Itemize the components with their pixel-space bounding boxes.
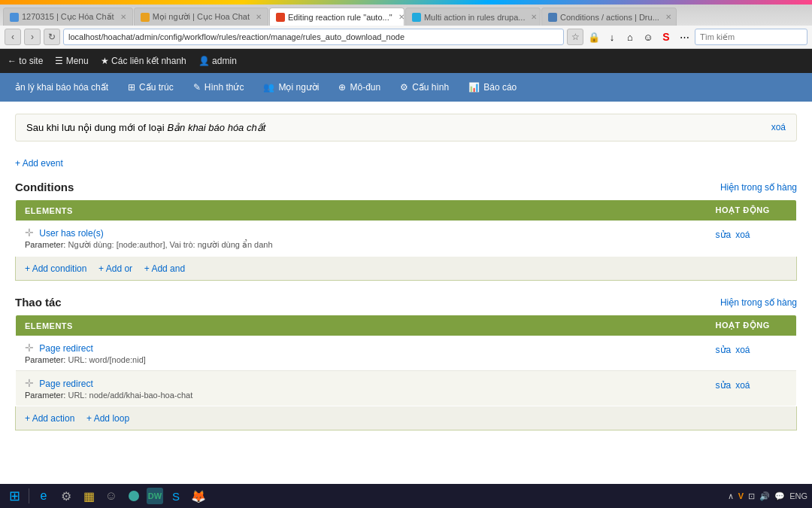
action-sua-0[interactable]: sửa — [716, 345, 732, 355]
moi-nguoi-label: Mọi người — [278, 82, 319, 93]
taskbar-smiley[interactable]: ☺ — [102, 486, 121, 506]
taskbar-notification-icon[interactable]: 💬 — [774, 491, 785, 501]
back-button[interactable]: ‹ — [5, 29, 21, 45]
search-input[interactable] — [695, 29, 807, 45]
nav-cau-hinh[interactable]: ⚙ Cấu hình — [391, 78, 458, 97]
nav-cau-truc[interactable]: ⊞ Cấu trúc — [119, 78, 183, 97]
tab-1270315[interactable]: 1270315 | Cục Hóa Chất ✕ — [3, 8, 133, 26]
drag-handle-0[interactable]: ✛ — [25, 227, 34, 239]
address-bar: ‹ › ↻ ☆ 🔒 ↓ ⌂ ☺ S ⋯ — [0, 26, 812, 49]
user-label: 👤 admin — [198, 56, 237, 66]
action-name-1[interactable]: Page redirect — [39, 379, 92, 389]
tab-close-5[interactable]: ✕ — [665, 13, 671, 21]
condition-param-0: Parameter: Người dùng: [node:author], Va… — [25, 240, 698, 250]
action-element-cell-0: ✛ Page redirect Parameter: URL: word/[no… — [16, 336, 707, 371]
nav-hinh-thuc[interactable]: ✎ Hình thức — [184, 78, 253, 97]
forward-button[interactable]: › — [24, 29, 41, 45]
tab-close-4[interactable]: ✕ — [531, 13, 537, 21]
action-xoa-1[interactable]: xoá — [735, 380, 750, 391]
condition-name-0[interactable]: User has role(s) — [39, 228, 103, 239]
taskbar-v-icon: V — [738, 491, 744, 500]
actions-add-links: + Add action + Add loop — [15, 406, 797, 430]
nav-moi-nguoi[interactable]: 👥 Mọi người — [254, 78, 328, 97]
taskbar-file-explorer[interactable]: ▦ — [79, 486, 98, 506]
bao-cao-label: Báo cáo — [483, 82, 517, 93]
tab-label-5: Conditions / actions | Dru... — [560, 13, 659, 22]
action-sua-1[interactable]: sửa — [716, 380, 732, 391]
tab-favicon-2 — [141, 13, 150, 22]
cau-truc-label: Cấu trúc — [139, 82, 174, 93]
home-icon[interactable]: ⌂ — [623, 29, 638, 44]
mo-dun-label: Mô-đun — [350, 82, 380, 93]
user-menu[interactable]: 👤 admin — [198, 56, 237, 66]
actions-hien-link[interactable]: Hiện trong số hàng — [720, 297, 797, 308]
lock-icon: 🔒 — [586, 29, 601, 44]
action-name-0[interactable]: Page redirect — [39, 343, 92, 354]
site-name-label: ản lý khai báo hóa chất — [15, 82, 108, 93]
conditions-table: ELEMENTS HOẠT ĐỘNG ✛ User has role(s) Pa… — [15, 199, 797, 257]
back-to-site[interactable]: ← to site — [8, 56, 43, 66]
tab-close-3[interactable]: ✕ — [398, 13, 404, 21]
condition-action-links-0: sửa xoá — [716, 227, 788, 240]
condition-xoa-0[interactable]: xoá — [735, 230, 750, 240]
tab-close-2[interactable]: ✕ — [256, 13, 262, 21]
event-xoa-link[interactable]: xoá — [771, 122, 786, 132]
conditions-col-actions: HOẠT ĐỘNG — [707, 200, 797, 221]
action-actions-cell-1: sửa xoá — [707, 371, 797, 406]
taskbar-expand-icon[interactable]: ∧ — [728, 491, 734, 501]
tab-close-1[interactable]: ✕ — [120, 13, 126, 21]
taskbar-settings[interactable]: ⚙ — [56, 486, 76, 506]
nav-mo-dun[interactable]: ⊕ Mô-đun — [329, 78, 389, 97]
taskbar-lang: ENG — [789, 491, 807, 500]
actions-title: Thao tác — [15, 296, 62, 309]
tab-editing[interactable]: Editing reaction rule "auto..." ✕ — [269, 8, 404, 26]
tab-moi-nguoi[interactable]: Mọi người | Cục Hoa Chat ✕ — [134, 8, 268, 26]
taskbar-start[interactable]: ⊞ — [5, 486, 24, 506]
taskbar-dreamweaver[interactable]: DW — [147, 488, 163, 504]
refresh-button[interactable]: ↻ — [44, 29, 60, 45]
tab-label-2: Mọi người | Cục Hoa Chat — [153, 12, 250, 22]
download-icon[interactable]: ↓ — [604, 29, 620, 44]
address-input[interactable] — [63, 29, 564, 45]
add-action-link[interactable]: + Add action — [25, 413, 74, 424]
hinh-thuc-label: Hình thức — [205, 82, 244, 93]
more-icon[interactable]: ⋯ — [677, 29, 692, 44]
event-text: Sau khi lưu nội dung mới of loại Bản kha… — [26, 122, 265, 133]
add-condition-link[interactable]: + Add condition — [25, 263, 86, 274]
add-or-link[interactable]: + Add or — [98, 263, 132, 274]
quick-links-label: ★ Các liên kết nhanh — [101, 56, 186, 66]
back-to-site-label: ← to site — [8, 56, 43, 66]
quick-links[interactable]: ★ Các liên kết nhanh — [101, 56, 186, 66]
tab-favicon-5 — [548, 13, 557, 22]
drag-handle-action-1[interactable]: ✛ — [25, 377, 34, 389]
svg-point-0 — [129, 491, 139, 501]
taskbar-firefox[interactable]: 🦊 — [189, 486, 208, 506]
smiley-icon: ☺ — [641, 29, 656, 44]
conditions-hien-link[interactable]: Hiện trong số hàng — [720, 182, 797, 193]
event-section: Sau khi lưu nội dung mới of loại Bản kha… — [15, 114, 797, 141]
add-and-link[interactable]: + Add and — [144, 263, 185, 274]
taskbar-display-icon[interactable]: ⊡ — [748, 491, 755, 501]
drag-handle-action-0[interactable]: ✛ — [25, 342, 34, 354]
cau-truc-icon: ⊞ — [128, 82, 135, 93]
condition-actions-cell-0: sửa xoá — [707, 221, 797, 257]
tab-conditions[interactable]: Conditions / actions | Dru... ✕ — [541, 8, 677, 26]
tab-multi-action[interactable]: Multi action in rules drupa... ✕ — [405, 8, 541, 26]
moi-nguoi-icon: 👥 — [263, 82, 274, 93]
nav-bao-cao[interactable]: 📊 Báo cáo — [459, 78, 526, 97]
taskbar-edge[interactable]: e — [34, 486, 53, 506]
menu-button[interactable]: ☰ Menu — [55, 56, 88, 66]
add-event-link[interactable]: + Add event — [15, 158, 63, 169]
tab-label-3: Editing reaction rule "auto..." — [288, 13, 392, 22]
taskbar-skype[interactable]: S — [166, 486, 186, 506]
cau-hinh-icon: ⚙ — [400, 82, 408, 93]
condition-sua-0[interactable]: sửa — [716, 230, 732, 240]
taskbar-volume-icon[interactable]: 🔊 — [759, 491, 770, 501]
action-xoa-0[interactable]: xoá — [735, 345, 750, 355]
star-button[interactable]: ☆ — [567, 29, 583, 45]
tab-label-4: Multi action in rules drupa... — [424, 13, 526, 22]
add-loop-link[interactable]: + Add loop — [86, 413, 129, 424]
taskbar-paint[interactable] — [124, 486, 144, 506]
condition-row-0: ✛ User has role(s) Parameter: Người dùng… — [16, 221, 797, 257]
actions-table: ELEMENTS HOẠT ĐỘNG ✛ Page redirect Param… — [15, 315, 797, 406]
